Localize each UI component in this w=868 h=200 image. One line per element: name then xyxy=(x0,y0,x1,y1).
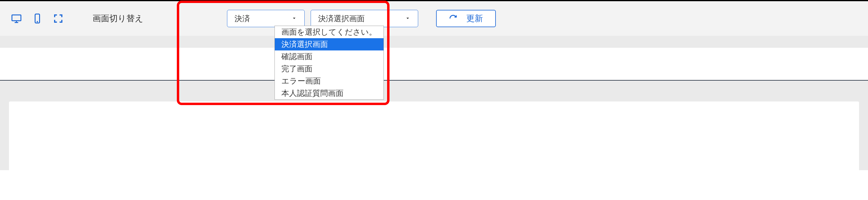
screen-select[interactable]: 決済選択画面 xyxy=(311,10,418,27)
mobile-view-icon[interactable] xyxy=(30,11,45,26)
content-area xyxy=(0,36,868,80)
refresh-button[interactable]: 更新 xyxy=(436,10,496,27)
desktop-view-icon[interactable] xyxy=(9,11,24,26)
toolbar: 画面切り替え 決済 決済選択画面 更新 xyxy=(0,0,868,36)
chevron-down-icon xyxy=(405,14,411,23)
category-select[interactable]: 決済 xyxy=(227,10,305,27)
preview-card xyxy=(9,101,859,170)
dropdown-option[interactable]: エラー画面 xyxy=(275,75,383,87)
screen-select-value: 決済選択画面 xyxy=(318,13,365,24)
chevron-down-icon xyxy=(291,14,297,23)
preview-body xyxy=(0,80,868,170)
dropdown-option[interactable]: 画面を選択してください。 xyxy=(275,26,383,38)
dropdown-option[interactable]: 完了画面 xyxy=(275,63,383,75)
svg-rect-0 xyxy=(12,15,21,21)
fullscreen-icon[interactable] xyxy=(51,11,66,26)
dropdown-option[interactable]: 決済選択画面 xyxy=(275,38,383,51)
svg-point-2 xyxy=(37,22,38,22)
refresh-button-label: 更新 xyxy=(466,13,483,24)
screen-select-dropdown: 画面を選択してください。 決済選択画面 確認画面 完了画面 エラー画面 本人認証… xyxy=(275,26,384,100)
dropdown-option[interactable]: 本人認証質問画面 xyxy=(275,87,383,99)
dropdown-option[interactable]: 確認画面 xyxy=(275,51,383,63)
preview-top-band xyxy=(0,48,868,80)
refresh-icon xyxy=(449,14,457,23)
category-select-value: 決済 xyxy=(235,13,250,24)
screen-switch-label: 画面切り替え xyxy=(93,13,143,24)
